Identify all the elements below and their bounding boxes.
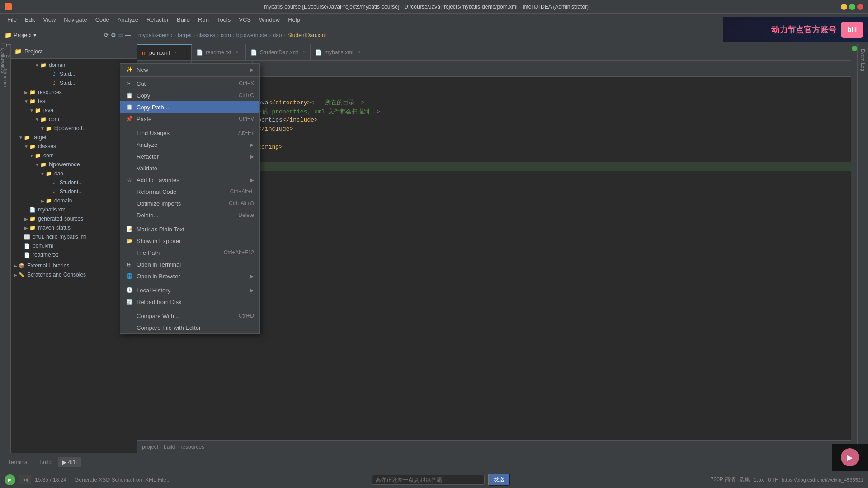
send-btn[interactable]: 发送	[488, 474, 510, 486]
tab-studentdao-xml-close[interactable]: ×	[303, 50, 306, 55]
menu-run[interactable]: Run	[194, 14, 212, 25]
menu-tools[interactable]: Tools	[213, 14, 234, 25]
tab-run[interactable]: ▶ 4:1:	[58, 457, 81, 467]
bc-mybatis-demo[interactable]: mybatis-demo	[138, 32, 172, 38]
bc-classes[interactable]: classes	[197, 32, 215, 38]
tree-iml[interactable]: ⬜ ch01-hello-mybatis.iml	[11, 232, 137, 241]
cm-find-usages[interactable]: Find Usages Alt+F7	[120, 127, 259, 139]
play-button[interactable]: ▶	[5, 474, 15, 485]
cm-open-browser[interactable]: 🌐 Open in Browser ▶	[120, 270, 259, 282]
tab-pom-xml[interactable]: m pom.xml ×	[137, 44, 192, 60]
cm-file-path[interactable]: File Path Ctrl+Alt+F12	[120, 247, 259, 258]
menu-refactor[interactable]: Refactor	[143, 14, 172, 25]
tree-dao[interactable]: ▼ 📁 dao	[11, 169, 137, 178]
bc-dao[interactable]: dao	[273, 32, 282, 38]
cm-validate[interactable]: Validate	[120, 162, 259, 174]
tab-pom-xml-close[interactable]: ×	[174, 50, 177, 55]
sidebar-icon-1[interactable]: 1: Project	[1, 46, 10, 55]
cm-local-history[interactable]: 🕒 Local History ▶	[120, 284, 259, 296]
tree-bjpowernode-test[interactable]: ▼ 📁 bjpowernod...	[11, 124, 137, 133]
tree-classes[interactable]: ▼ 📁 classes	[11, 142, 137, 151]
menu-code[interactable]: Code	[92, 14, 113, 25]
toolbar-sync-icon[interactable]: ⟳	[104, 32, 109, 38]
chat-input[interactable]	[372, 475, 485, 485]
tab-studentdao-xml[interactable]: 📄 StudentDao.xml ×	[246, 44, 311, 60]
menu-file[interactable]: File	[4, 14, 20, 25]
menu-vcs[interactable]: VCS	[235, 14, 255, 25]
tree-target[interactable]: ▼ 📁 target	[11, 133, 137, 142]
tree-mybatis-xml[interactable]: 📄 mybatis.xml	[11, 205, 137, 214]
tree-maven-status[interactable]: ▶ 📁 maven-status	[11, 223, 137, 232]
tree-generated-sources[interactable]: ▶ 📁 generated-sources	[11, 214, 137, 223]
video-play-btn[interactable]: ▶	[841, 448, 859, 466]
tab-mybatis-xml[interactable]: 📄 mybatis.xml ×	[311, 44, 365, 60]
event-log-tab[interactable]: Event Log	[859, 47, 867, 73]
cm-cut[interactable]: ✂ Cut Ctrl+X	[120, 78, 259, 89]
tree-pom-xml[interactable]: 📄 pom.xml	[11, 241, 137, 250]
tree-scratches[interactable]: ▶ ✏️ Scratches and Consoles	[11, 270, 137, 279]
cm-refactor[interactable]: Refactor ▶	[120, 150, 259, 162]
step-back-btn[interactable]: ⏮	[19, 475, 31, 484]
tab-readme-close[interactable]: ×	[236, 50, 239, 55]
close-btn[interactable]	[857, 4, 863, 10]
cm-add-favorites-label: Add to Favorites	[137, 177, 179, 183]
tree-readme[interactable]: 📄 readme.txt	[11, 250, 137, 259]
tab-mybatis-xml-close[interactable]: ×	[358, 50, 361, 55]
tree-com2[interactable]: ▼ 📁 com	[11, 151, 137, 160]
maximize-btn[interactable]	[849, 4, 855, 10]
menu-window[interactable]: Window	[255, 14, 283, 25]
tab-readme[interactable]: 📄 readme.txt ×	[192, 44, 246, 60]
toolbar-minus-icon[interactable]: —	[125, 32, 131, 38]
cm-reload[interactable]: 🔄 Reload from Disk	[120, 296, 259, 308]
bc-studentdao-xml[interactable]: StudentDao.xml	[287, 32, 326, 38]
tree-student1[interactable]: J Stud...	[11, 70, 137, 79]
cm-copy-path[interactable]: 📋 Copy Path...	[120, 101, 259, 113]
tree-external-libraries[interactable]: ▶ 📦 External Libraries	[11, 261, 137, 270]
minimize-btn[interactable]	[841, 4, 847, 10]
menu-build[interactable]: Build	[173, 14, 193, 25]
cm-mark-plain-text[interactable]: 📝 Mark as Plain Text	[120, 223, 259, 235]
toolbar-project-label[interactable]: Project ▾	[14, 32, 37, 38]
toolbar-gear-icon[interactable]: ☰	[118, 32, 123, 38]
menu-edit[interactable]: Edit	[21, 14, 38, 25]
bc-target[interactable]: target	[178, 32, 192, 38]
cm-copy[interactable]: 📋 Copy Ctrl+C	[120, 89, 259, 101]
bc-bjpowernode[interactable]: bjpowernode	[236, 32, 268, 38]
cm-show-explorer[interactable]: 📂 Show in Explorer	[120, 235, 259, 247]
cm-compare-with[interactable]: Compare With... Ctrl+D	[120, 310, 259, 322]
tree-bjpowernode[interactable]: ▼ 📁 bjpowernode	[11, 160, 137, 169]
quality-label[interactable]: 720P 高清	[711, 476, 736, 483]
cm-new[interactable]: ✨ New ▶	[120, 64, 259, 75]
toolbar-filter-icon[interactable]: ⚙	[111, 32, 116, 38]
speed-label[interactable]: 1.5x	[754, 477, 764, 483]
tab-terminal[interactable]: Terminal	[4, 457, 33, 467]
sidebar-icon-structure[interactable]: Structure	[1, 73, 10, 82]
utf-label[interactable]: UTF	[768, 477, 778, 483]
menu-help[interactable]: Help	[284, 14, 304, 25]
cm-compare-editor[interactable]: Compare File with Editor	[120, 322, 259, 333]
tree-student2[interactable]: J Stud...	[11, 79, 137, 88]
tree-student-dao2[interactable]: J Student...	[11, 187, 137, 196]
video-overlay[interactable]: ▶	[832, 444, 868, 471]
cm-analyze[interactable]: Analyze ▶	[120, 139, 259, 150]
cm-optimize[interactable]: Optimize Imports Ctrl+Alt+O	[120, 197, 259, 209]
menu-view[interactable]: View	[39, 14, 59, 25]
sidebar-icon-2[interactable]: 2: Favorites	[1, 60, 10, 69]
tree-resources[interactable]: ▶ 📁 resources	[11, 88, 137, 97]
tree-student-dao1[interactable]: J Student...	[11, 178, 137, 187]
cm-delete[interactable]: Delete... Delete	[120, 209, 259, 221]
tree-com[interactable]: ▼ 📁 com	[11, 115, 137, 124]
tree-test[interactable]: ▼ 📁 test	[11, 97, 137, 106]
tree-domain[interactable]: ▼ 📁 domain	[11, 61, 137, 70]
bc-com[interactable]: com	[221, 32, 231, 38]
tree-domain2[interactable]: ▶ 📁 domain	[11, 196, 137, 205]
cm-reformat[interactable]: Reformat Code Ctrl+Alt+L	[120, 186, 259, 197]
menu-analyze[interactable]: Analyze	[114, 14, 142, 25]
cm-paste[interactable]: 📌 Paste Ctrl+V	[120, 113, 259, 125]
selection-label[interactable]: 选集	[739, 476, 750, 483]
cm-open-terminal[interactable]: ⊞ Open in Terminal	[120, 258, 259, 270]
tab-build[interactable]: Build	[35, 457, 56, 467]
tree-java[interactable]: ▼ 📁 java	[11, 106, 137, 115]
menu-navigate[interactable]: Navigate	[60, 14, 90, 25]
cm-add-favorites[interactable]: ☆ Add to Favorites ▶	[120, 174, 259, 186]
